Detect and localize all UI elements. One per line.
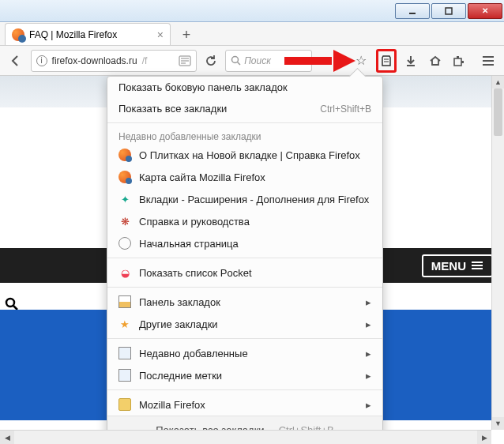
svg-line-7 bbox=[238, 62, 241, 66]
menu-label: Недавно добавленные bbox=[139, 348, 248, 359]
keyboard-shortcut: Ctrl+Shift+B bbox=[320, 103, 371, 115]
scroll-left-button[interactable]: ◀ bbox=[0, 431, 14, 445]
svg-rect-10 bbox=[454, 58, 461, 66]
mozilla-firefox-folder[interactable]: Mozilla Firefox ▸ bbox=[107, 393, 382, 416]
bookmark-title: О Плитках на Новой вкладке | Справка Fir… bbox=[139, 149, 360, 161]
svg-rect-1 bbox=[446, 8, 452, 14]
svg-rect-12 bbox=[461, 61, 464, 63]
menu-separator bbox=[107, 338, 382, 339]
recently-added-submenu[interactable]: Недавно добавленные ▸ bbox=[107, 342, 382, 364]
site-info-icon[interactable]: i bbox=[36, 55, 47, 66]
window-maximize-button[interactable] bbox=[431, 3, 466, 19]
menu-separator bbox=[107, 287, 382, 288]
menu-label: Последние метки bbox=[139, 370, 222, 382]
scroll-down-button[interactable]: ▼ bbox=[492, 417, 504, 430]
new-tab-button[interactable]: + bbox=[175, 24, 197, 45]
menu-label: Показать список Pocket bbox=[139, 267, 252, 279]
bookmark-title: Карта сайта Mozilla Firefox bbox=[139, 171, 265, 183]
submenu-arrow-icon: ▸ bbox=[366, 318, 371, 330]
bookmark-title: Вкладки - Расширения - Дополнения для Fi… bbox=[139, 194, 369, 205]
recent-bookmark-item[interactable]: Начальная страница bbox=[107, 232, 382, 254]
recent-bookmarks-heading: Недавно добавленные закладки bbox=[107, 126, 382, 144]
site-menu-button[interactable]: MENU bbox=[422, 254, 493, 277]
tab-title: FAQ | Mozilla Firefox bbox=[29, 29, 117, 40]
menu-separator bbox=[107, 258, 382, 258]
star-icon: ★ bbox=[118, 318, 131, 330]
site-menu-label: MENU bbox=[431, 259, 466, 273]
search-placeholder: Поиск bbox=[244, 55, 271, 66]
vertical-scrollbar[interactable]: ▲ ▼ bbox=[491, 76, 504, 430]
menu-label: Другие закладки bbox=[139, 318, 218, 330]
address-bar[interactable]: i firefox-downloads.ru/f bbox=[31, 50, 197, 72]
bookmark-star-button[interactable]: ☆ bbox=[352, 49, 371, 73]
search-box[interactable]: Поиск bbox=[225, 50, 312, 72]
bookmark-title: Справка и руководства bbox=[139, 216, 250, 228]
scroll-up-button[interactable]: ▲ bbox=[492, 76, 504, 88]
search-icon bbox=[231, 55, 241, 66]
globe-icon bbox=[118, 237, 131, 250]
recent-bookmark-item[interactable]: О Плитках на Новой вкладке | Справка Fir… bbox=[107, 144, 382, 166]
bookmarks-toolbar-submenu[interactable]: Панель закладок ▸ bbox=[107, 291, 382, 313]
horizontal-scrollbar[interactable]: ◀ ▶ bbox=[0, 430, 491, 444]
recent-bookmark-item[interactable]: ✦ Вкладки - Расширения - Дополнения для … bbox=[107, 188, 382, 210]
addons-button[interactable] bbox=[449, 49, 469, 73]
svg-rect-11 bbox=[457, 56, 459, 58]
show-pocket-list[interactable]: ◒ Показать список Pocket bbox=[107, 262, 382, 284]
recent-tags-submenu[interactable]: Последние метки ▸ bbox=[107, 364, 382, 386]
url-domain: firefox-downloads.ru bbox=[52, 55, 137, 66]
menu-label: Панель закладок bbox=[139, 296, 220, 308]
pocket-icon: ◒ bbox=[118, 266, 131, 279]
url-path: /f bbox=[142, 55, 148, 66]
firefox-favicon-icon bbox=[12, 28, 24, 41]
recent-bookmark-item[interactable]: Карта сайта Mozilla Firefox bbox=[107, 166, 382, 188]
browser-tab[interactable]: FAQ | Mozilla Firefox × bbox=[5, 23, 171, 45]
window-titlebar: ✕ bbox=[0, 0, 504, 22]
window-minimize-button[interactable] bbox=[395, 3, 430, 19]
home-button[interactable] bbox=[425, 49, 445, 73]
bookmarks-dropdown: Показать боковую панель закладок Показат… bbox=[107, 76, 383, 444]
recent-bookmark-item[interactable]: ❋ Справка и руководства bbox=[107, 210, 382, 232]
bookmark-title: Начальная страница bbox=[139, 238, 239, 250]
submenu-arrow-icon: ▸ bbox=[366, 399, 371, 411]
menu-label: Показать все закладки bbox=[118, 103, 227, 115]
bookmarks-library-button[interactable] bbox=[376, 49, 397, 73]
show-bookmarks-sidebar[interactable]: Показать боковую панель закладок bbox=[107, 77, 382, 98]
tab-strip: FAQ | Mozilla Firefox × + bbox=[0, 22, 504, 46]
tab-close-button[interactable]: × bbox=[157, 28, 164, 41]
back-button[interactable] bbox=[6, 49, 26, 73]
puzzle-icon: ✦ bbox=[118, 193, 131, 205]
downloads-button[interactable] bbox=[401, 49, 421, 73]
submenu-arrow-icon: ▸ bbox=[366, 296, 371, 308]
smart-folder-icon bbox=[118, 347, 131, 359]
firefox-favicon-icon bbox=[118, 171, 131, 183]
smart-folder-icon bbox=[118, 369, 131, 382]
app-menu-button[interactable] bbox=[478, 49, 498, 73]
submenu-arrow-icon: ▸ bbox=[366, 370, 371, 382]
other-bookmarks-submenu[interactable]: ★ Другие закладки ▸ bbox=[107, 313, 382, 335]
svg-point-19 bbox=[6, 299, 14, 307]
reload-button[interactable] bbox=[201, 49, 221, 73]
menu-label: Показать боковую панель закладок bbox=[118, 81, 288, 93]
firefox-favicon-icon bbox=[118, 149, 131, 161]
menu-separator bbox=[107, 122, 382, 123]
window-close-button[interactable]: ✕ bbox=[468, 3, 502, 19]
panel-icon bbox=[118, 295, 131, 308]
hamburger-icon bbox=[471, 261, 483, 270]
submenu-arrow-icon: ▸ bbox=[366, 348, 371, 359]
scroll-thumb[interactable] bbox=[494, 88, 502, 136]
show-all-bookmarks[interactable]: Показать все закладки Ctrl+Shift+B bbox=[107, 98, 382, 119]
reader-mode-icon[interactable] bbox=[179, 55, 191, 66]
bug-icon: ❋ bbox=[118, 215, 131, 228]
folder-icon bbox=[118, 398, 131, 411]
scroll-right-button[interactable]: ▶ bbox=[477, 431, 491, 445]
svg-point-6 bbox=[232, 57, 239, 63]
menu-label: Mozilla Firefox bbox=[139, 399, 205, 411]
browser-toolbar: i firefox-downloads.ru/f Поиск ☆ bbox=[0, 46, 504, 76]
menu-separator bbox=[107, 389, 382, 390]
